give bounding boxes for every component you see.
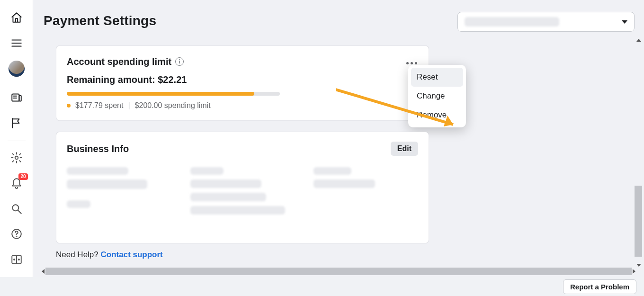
- page-title: Payment Settings: [44, 13, 156, 28]
- scroll-thumb[interactable]: [635, 186, 642, 257]
- svg-rect-4: [19, 96, 21, 101]
- business-info-card: Business Info Edit: [56, 132, 429, 243]
- spending-progress-bar: [67, 92, 280, 96]
- account-name-redacted: [465, 17, 559, 27]
- svg-point-14: [14, 259, 15, 260]
- svg-rect-3: [12, 94, 19, 101]
- svg-point-15: [18, 259, 19, 260]
- business-info-title: Business Info: [67, 142, 129, 155]
- account-select-dropdown[interactable]: [457, 12, 635, 32]
- scroll-right-icon[interactable]: [633, 269, 635, 274]
- scroll-thumb-horizontal[interactable]: [45, 268, 632, 275]
- scroll-left-icon[interactable]: [42, 269, 45, 274]
- dot-icon: [67, 104, 71, 108]
- menu-item-change[interactable]: Change: [411, 87, 463, 106]
- remaining-amount-line: Remaining amount: $22.21: [67, 74, 418, 85]
- horizontal-scrollbar[interactable]: [42, 268, 635, 275]
- main-content: Payment Settings Account spending limit …: [33, 0, 644, 277]
- chevron-down-icon: [622, 20, 627, 24]
- report-problem-button[interactable]: Report a Problem: [563, 279, 636, 294]
- info-icon[interactable]: i: [175, 57, 184, 66]
- biz-col-name: [67, 167, 171, 219]
- user-avatar[interactable]: [7, 61, 26, 77]
- need-help-line: Need Help? Contact support: [56, 250, 163, 260]
- home-icon[interactable]: [7, 9, 26, 26]
- svg-point-7: [15, 156, 18, 160]
- spending-stats-line: $177.79 spent | $200.00 spending limit: [67, 101, 418, 110]
- bell-icon[interactable]: 20: [7, 175, 26, 191]
- svg-point-8: [12, 205, 18, 211]
- panel-icon[interactable]: [7, 251, 26, 268]
- svg-line-9: [18, 210, 21, 214]
- spending-limit-title: Account spending limit: [67, 55, 171, 68]
- search-icon[interactable]: [7, 201, 26, 217]
- gear-icon[interactable]: [7, 150, 26, 166]
- ellipsis-icon: [406, 62, 417, 64]
- bottom-bar: Report a Problem: [0, 277, 644, 296]
- contact-support-link[interactable]: Contact support: [101, 250, 163, 259]
- spending-limit-menu: Reset Change Remove: [408, 65, 466, 127]
- scroll-down-icon[interactable]: [636, 264, 641, 267]
- help-icon[interactable]: [7, 226, 26, 242]
- left-nav-rail: 20: [0, 0, 33, 277]
- svg-point-11: [16, 236, 17, 237]
- newspaper-icon[interactable]: [7, 90, 26, 106]
- spent-text: $177.79 spent: [75, 101, 123, 110]
- biz-col-currency: [313, 167, 418, 219]
- spending-limit-card: Account spending limit i Remaining amoun…: [56, 45, 429, 121]
- biz-col-address: [190, 167, 295, 219]
- flag-icon[interactable]: [7, 115, 26, 131]
- menu-item-reset[interactable]: Reset: [411, 68, 463, 87]
- limit-text: $200.00 spending limit: [135, 101, 211, 110]
- hamburger-menu-icon[interactable]: [7, 35, 26, 51]
- spending-progress-fill: [67, 92, 254, 96]
- scroll-up-icon[interactable]: [636, 39, 641, 42]
- vertical-scrollbar[interactable]: [635, 39, 642, 267]
- edit-button[interactable]: Edit: [391, 142, 418, 156]
- notification-badge: 20: [18, 173, 27, 180]
- menu-item-remove[interactable]: Remove: [411, 106, 463, 125]
